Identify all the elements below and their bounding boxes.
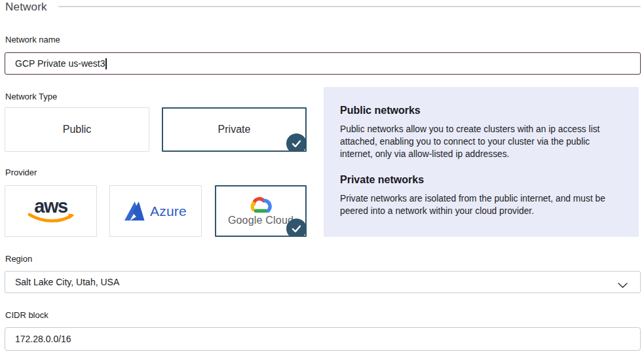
info-body-public: Public networks allow you to create clus… xyxy=(340,124,622,160)
region-selected-value: Salt Lake City, Utah, USA xyxy=(15,277,119,287)
provider-label: Provider xyxy=(5,168,37,177)
network-type-option-label: Private xyxy=(218,124,251,135)
network-info-panel: Public networks Public networks allow yo… xyxy=(324,87,639,237)
aws-logo-text: aws xyxy=(34,198,67,215)
cidr-block-label: CIDR block xyxy=(5,310,48,320)
provider-option-google-cloud[interactable]: Google Cloud xyxy=(215,185,307,237)
azure-logo-icon: Azure xyxy=(124,202,187,221)
network-type-option-public[interactable]: Public xyxy=(5,107,149,152)
info-heading-public: Public networks xyxy=(340,105,622,116)
chevron-down-icon xyxy=(618,280,628,291)
network-name-input[interactable]: GCP Private us-west3 xyxy=(5,52,641,75)
provider-option-aws[interactable]: aws xyxy=(5,185,97,237)
azure-logo-text: Azure xyxy=(150,204,187,219)
info-heading-private: Private networks xyxy=(340,174,622,186)
google-cloud-logo-icon: Google Cloud xyxy=(228,196,294,226)
region-select[interactable]: Salt Lake City, Utah, USA xyxy=(5,271,641,293)
selected-check-icon xyxy=(286,133,307,152)
region-label: Region xyxy=(5,254,32,264)
selected-check-icon xyxy=(286,219,307,237)
section-divider xyxy=(58,6,641,7)
cidr-block-input[interactable]: 172.28.0.0/16 xyxy=(5,327,641,351)
provider-option-azure[interactable]: Azure xyxy=(109,185,202,237)
network-name-label: Network name xyxy=(5,35,60,44)
network-type-option-label: Public xyxy=(63,124,92,135)
network-type-option-private[interactable]: Private xyxy=(162,107,307,152)
network-type-label: Network Type xyxy=(5,92,57,101)
cidr-block-value: 172.28.0.0/16 xyxy=(15,334,71,344)
page-title: Network xyxy=(5,1,47,14)
network-name-value: GCP Private us-west3 xyxy=(15,58,105,69)
text-cursor xyxy=(105,58,107,69)
info-body-private: Private networks are isolated from the p… xyxy=(340,193,622,218)
aws-logo-icon: aws xyxy=(26,198,76,224)
google-cloud-logo-text: Google Cloud xyxy=(228,215,294,226)
